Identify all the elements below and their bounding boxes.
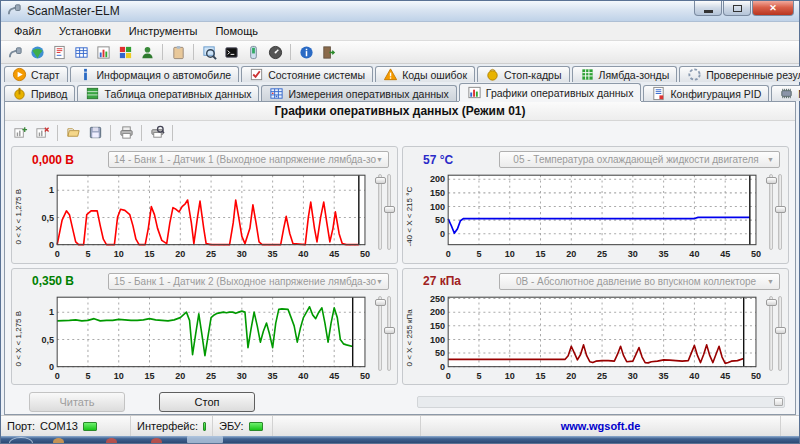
chevron-down-icon: ▼	[376, 156, 383, 163]
y-max-slider-thumb[interactable]	[375, 299, 386, 306]
pid-selector[interactable]: 15 - Банк 1 - Датчик 2 (Выходное напряже…	[108, 273, 389, 290]
y-max-slider-thumb[interactable]	[766, 177, 777, 184]
controls-row: Читать Стоп	[5, 389, 795, 414]
close-button[interactable]: ✕	[752, 1, 794, 16]
svg-text:0: 0	[446, 249, 451, 259]
taskbar-icon	[151, 438, 162, 443]
chart-toolbar-chart-add-icon[interactable]	[10, 123, 30, 143]
chart-toolbar-save-icon[interactable]	[85, 123, 105, 143]
chart-panel-2: 57 °C05 - Температура охлаждающей жидкос…	[402, 146, 789, 264]
tab-label: Стоп-кадры	[504, 69, 561, 81]
toolbar-connect-icon[interactable]	[5, 42, 25, 62]
tab-состояние-системы[interactable]: Состояние системы	[241, 66, 373, 82]
menu-item-help[interactable]: Помощь	[206, 23, 267, 39]
measurements-icon	[269, 86, 284, 101]
chart-toolbar-chart-remove-icon[interactable]	[32, 123, 52, 143]
svg-text:20: 20	[566, 249, 576, 259]
svg-text:1: 1	[49, 307, 54, 317]
y-min-slider[interactable]	[778, 174, 782, 250]
chart-toolbar-printer-icon[interactable]	[116, 123, 136, 143]
toolbar-info-icon[interactable]	[296, 42, 316, 62]
toolbar-device-icon[interactable]	[243, 42, 263, 62]
svg-text:30: 30	[628, 371, 638, 381]
toolbar-globe-icon[interactable]	[27, 42, 47, 62]
svg-text:50: 50	[751, 249, 761, 259]
menu-item-file[interactable]: Файл	[5, 23, 50, 39]
toolbar-gauge-icon[interactable]	[265, 42, 285, 62]
freeze-frames-icon	[485, 67, 500, 82]
svg-text:5: 5	[476, 249, 481, 259]
y-min-slider[interactable]	[778, 296, 782, 372]
y-min-slider-thumb[interactable]	[775, 327, 786, 334]
website-link[interactable]: www.wgsoft.de	[421, 416, 781, 436]
svg-text:5: 5	[476, 371, 481, 381]
toolbar-user-icon[interactable]	[137, 42, 157, 62]
y-min-slider-thumb[interactable]	[384, 206, 395, 213]
y-max-slider-thumb[interactable]	[375, 177, 386, 184]
port-label: Порт:	[7, 420, 35, 432]
chart-current-value: 0,000 В	[20, 153, 98, 167]
timeline-scrollbar[interactable]	[417, 396, 785, 408]
tab-коды-ошибок[interactable]: Коды ошибок	[375, 66, 475, 82]
windows-taskbar	[1, 436, 799, 443]
window-title: ScanMaster-ELM	[27, 4, 120, 18]
tab-измерения-оперативных-данных[interactable]: Измерения оперативных данных	[261, 85, 456, 101]
toolbar-windows-icon[interactable]	[115, 42, 135, 62]
taskbar-icon	[53, 438, 64, 443]
svg-text:0: 0	[55, 249, 60, 259]
svg-text:30: 30	[237, 371, 247, 381]
timeline-scrollbar-thumb[interactable]	[774, 398, 783, 406]
y-min-slider-thumb[interactable]	[775, 206, 786, 213]
tab-графики-оперативных-данных[interactable]: Графики оперативных данных	[459, 83, 642, 101]
tab-лямбда-зонды[interactable]: Лямбда-зонды	[572, 66, 678, 82]
toolbar-clipboard-icon[interactable]	[168, 42, 188, 62]
minimize-icon	[704, 10, 713, 13]
menu-item-tools[interactable]: Инструменты	[120, 23, 207, 39]
svg-text:45: 45	[329, 249, 339, 259]
tab-таблица-оперативных-данных[interactable]: Таблица оперативных данных	[77, 85, 259, 101]
chevron-down-icon: ▼	[767, 156, 774, 163]
toolbar-search-icon[interactable]	[199, 42, 219, 62]
stop-button[interactable]: Стоп	[159, 392, 255, 412]
chart-toolbar-print-preview-icon[interactable]	[147, 123, 167, 143]
status-ecu: ЭБУ:	[213, 416, 273, 436]
toolbar-table-icon[interactable]	[71, 42, 91, 62]
chart-panel-4: 27 кПа0B - Абсолютное давление во впускн…	[402, 268, 789, 386]
chart-toolbar-folder-open-icon[interactable]	[63, 123, 83, 143]
y-max-slider[interactable]	[769, 296, 773, 372]
y-max-slider[interactable]	[378, 174, 382, 250]
y-max-slider-thumb[interactable]	[766, 299, 777, 306]
tab-label: Проверенные результаты теста	[706, 69, 800, 81]
svg-text:0: 0	[55, 371, 60, 381]
y-max-slider[interactable]	[769, 174, 773, 250]
tab-старт[interactable]: Старт	[4, 66, 68, 82]
chart-scale-sliders	[371, 171, 397, 262]
tab-стоп-кадры[interactable]: Стоп-кадры	[477, 66, 569, 82]
tab-конфигурация-pid[interactable]: Конфигурация PID	[643, 85, 769, 101]
tab-информация-о-автомобиле[interactable]: Информация о автомобиле	[70, 66, 240, 82]
toolbar-chart-icon[interactable]	[93, 42, 113, 62]
tab-проверенные-результаты-теста[interactable]: Проверенные результаты теста	[679, 66, 800, 82]
tab-label: Привод	[31, 88, 67, 100]
tab-мощность[interactable]: Мощность	[771, 85, 800, 101]
menu-item-settings[interactable]: Установки	[50, 23, 120, 39]
pid-selector[interactable]: 14 - Банк 1 - Датчик 1 (Выходное напряже…	[108, 151, 389, 168]
chart-panel-1: 0,000 В14 - Банк 1 - Датчик 1 (Выходное …	[11, 146, 398, 264]
read-button[interactable]: Читать	[29, 392, 125, 412]
pid-selector[interactable]: 05 - Температура охлаждающей жидкости дв…	[499, 151, 780, 168]
minimize-button[interactable]	[694, 1, 722, 16]
svg-text:10: 10	[114, 249, 124, 259]
svg-text:1: 1	[49, 185, 54, 195]
y-min-slider[interactable]	[387, 296, 391, 372]
y-min-slider[interactable]	[387, 174, 391, 250]
y-min-slider-thumb[interactable]	[384, 327, 395, 334]
tab-привод[interactable]: Привод	[4, 85, 75, 101]
toolbar-terminal-icon[interactable]	[221, 42, 241, 62]
toolbar-report-icon[interactable]	[49, 42, 69, 62]
toolbar-exit-icon[interactable]	[318, 42, 338, 62]
maximize-button[interactable]	[723, 1, 751, 16]
y-max-slider[interactable]	[378, 296, 382, 372]
svg-text:25: 25	[597, 249, 607, 259]
pid-selector-value: 15 - Банк 1 - Датчик 2 (Выходное напряже…	[114, 276, 376, 287]
pid-selector[interactable]: 0B - Абсолютное давление во впускном кол…	[499, 273, 780, 290]
